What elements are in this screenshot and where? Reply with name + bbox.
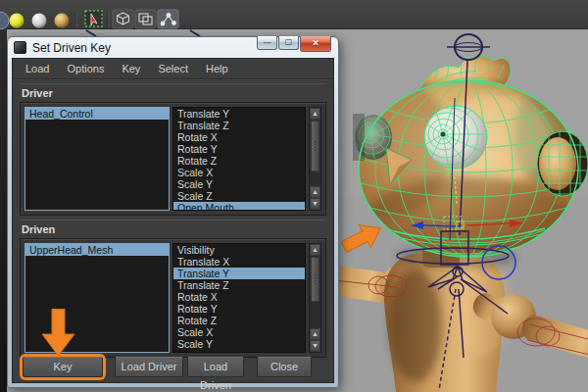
- attr-row-rotate-z[interactable]: Rotate Z: [173, 315, 305, 326]
- dlg-btn-key[interactable]: Key: [23, 357, 103, 377]
- screen: Set Driven Key — ▢ ✕ LoadOptionsKeySelec…: [0, 0, 588, 392]
- scroll-track[interactable]: [310, 303, 320, 328]
- attr-row-rotate-z[interactable]: Rotate Z: [173, 155, 305, 167]
- close-button[interactable]: ✕: [300, 36, 331, 52]
- duplicate-icon[interactable]: [135, 10, 156, 28]
- separator: [75, 12, 76, 28]
- attr-row-visibility[interactable]: Visibility: [173, 244, 305, 256]
- gold-sphere-icon[interactable]: [55, 14, 70, 28]
- scroll-thumb[interactable]: [311, 257, 319, 302]
- shelf-toolbar: [0, 0, 588, 29]
- scroll-down-button[interactable]: ▼: [310, 198, 320, 210]
- attr-row-scale-z[interactable]: Scale Z: [173, 350, 305, 353]
- scroll-thumb[interactable]: [311, 121, 319, 172]
- driven-scrollbar[interactable]: ▲ ▲ ▼: [309, 243, 321, 353]
- attr-row-translate-z[interactable]: Translate Z: [173, 120, 305, 131]
- driver-section: Driver Head_Control Translate YTranslate…: [20, 83, 326, 216]
- select-tool-icon[interactable]: [85, 11, 102, 26]
- scroll-track[interactable]: [310, 172, 320, 186]
- maximize-button[interactable]: ▢: [278, 36, 299, 50]
- scroll-up-button[interactable]: ▲: [310, 328, 320, 340]
- ear: [537, 131, 588, 196]
- attr-row-scale-x[interactable]: Scale X: [173, 167, 305, 178]
- menu-item-options[interactable]: Options: [58, 61, 113, 76]
- obj-row-head-control[interactable]: Head_Control: [25, 108, 169, 120]
- app-icon: [14, 41, 26, 54]
- scroll-down-button[interactable]: ▼: [310, 340, 320, 352]
- separator: [108, 12, 109, 28]
- attr-row-scale-x[interactable]: Scale X: [173, 326, 305, 338]
- cube-icon[interactable]: [113, 10, 133, 28]
- dlg-btn-load-driven[interactable]: Load Driven: [187, 357, 244, 377]
- menu-item-select[interactable]: Select: [149, 61, 197, 76]
- obj-row-upperhead-mesh[interactable]: UpperHead_Mesh: [25, 244, 169, 256]
- menu-item-load[interactable]: Load: [17, 61, 58, 76]
- attr-row-scale-z[interactable]: Scale Z: [173, 190, 305, 202]
- driver-scrollbar[interactable]: ▲ ▲ ▼: [309, 107, 321, 211]
- silver-sphere-icon[interactable]: [32, 14, 47, 28]
- attr-row-rotate-x[interactable]: Rotate X: [173, 291, 305, 303]
- driver-object-list[interactable]: Head_Control: [24, 107, 170, 211]
- attr-row-rotate-y[interactable]: Rotate Y: [173, 143, 305, 155]
- menu-item-help[interactable]: Help: [197, 61, 237, 76]
- driven-header: Driven: [20, 220, 326, 238]
- driver-attribute-list[interactable]: Translate YTranslate ZRotate XRotate YRo…: [172, 107, 306, 211]
- attr-row-rotate-y[interactable]: Rotate Y: [173, 303, 305, 315]
- scroll-up-button[interactable]: ▲: [310, 244, 320, 256]
- yellow-sphere-icon[interactable]: [10, 14, 24, 28]
- menubar: LoadOptionsKeySelectHelp: [13, 59, 333, 79]
- menu-item-key[interactable]: Key: [113, 61, 149, 76]
- attr-row-translate-x[interactable]: Translate X: [173, 256, 305, 268]
- attr-row-scale-y[interactable]: Scale Y: [173, 338, 305, 350]
- attr-row-open-mouth[interactable]: Open Mouth: [173, 202, 305, 211]
- attr-row-translate-z[interactable]: Translate Z: [173, 279, 305, 291]
- minimize-button[interactable]: —: [257, 36, 277, 50]
- titlebar[interactable]: Set Driven Key — ▢ ✕: [8, 37, 338, 58]
- attr-row-translate-y[interactable]: Translate Y: [173, 268, 305, 279]
- toolbox-edge: [0, 29, 7, 392]
- dialog-buttons: KeyLoad DriverLoad DrivenClose: [21, 357, 325, 377]
- connections-icon[interactable]: [158, 10, 178, 28]
- scroll-up-button[interactable]: ▲: [310, 108, 320, 120]
- attr-row-scale-y[interactable]: Scale Y: [173, 178, 305, 190]
- driver-header: Driver: [20, 83, 326, 102]
- scroll-up-button[interactable]: ▲: [310, 186, 320, 198]
- driven-attribute-list[interactable]: VisibilityTranslate XTranslate YTranslat…: [172, 243, 306, 353]
- dlg-btn-load-driver[interactable]: Load Driver: [115, 357, 183, 377]
- dlg-btn-close[interactable]: Close: [257, 357, 312, 377]
- partial-sphere-icon[interactable]: [0, 12, 9, 29]
- attr-row-translate-y[interactable]: Translate Y: [173, 108, 305, 120]
- window-title: Set Driven Key: [32, 41, 111, 55]
- annotation-arrow-down: [39, 309, 78, 360]
- attr-row-rotate-x[interactable]: Rotate X: [173, 131, 305, 143]
